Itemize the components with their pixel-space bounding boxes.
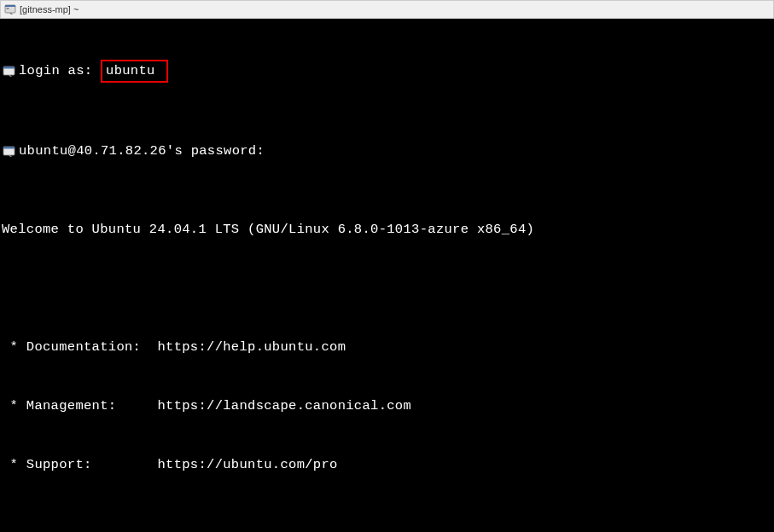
password-text: ubuntu@40.71.82.26's password:	[19, 142, 265, 161]
svg-rect-2	[7, 9, 9, 9]
terminal-icon	[2, 144, 17, 159]
terminal-icon	[4, 3, 16, 15]
svg-rect-1	[5, 5, 15, 7]
mgmt-line: * Management: https://landscape.canonica…	[2, 396, 774, 416]
login-prefix: login as:	[19, 61, 92, 81]
svg-rect-4	[3, 66, 15, 69]
welcome-line: Welcome to Ubuntu 24.04.1 LTS (GNU/Linux…	[2, 220, 774, 240]
terminal-icon	[2, 64, 17, 79]
password-line: ubuntu@40.71.82.26's password:	[2, 142, 774, 161]
doc-line: * Documentation: https://help.ubuntu.com	[2, 338, 774, 357]
login-user-highlight: ubuntu	[101, 60, 168, 83]
login-user: ubuntu	[106, 63, 155, 78]
blank	[2, 279, 774, 298]
support-line: * Support: https://ubuntu.com/pro	[2, 455, 774, 475]
terminal-area[interactable]: login as: ubuntu ubuntu@40.71.82.26's pa…	[0, 19, 774, 532]
login-line: login as: ubuntu	[2, 60, 774, 83]
window-title: [gitness-mp] ~	[20, 4, 79, 14]
svg-rect-6	[3, 147, 15, 149]
blank	[2, 514, 774, 532]
window-titlebar[interactable]: [gitness-mp] ~	[0, 0, 774, 19]
